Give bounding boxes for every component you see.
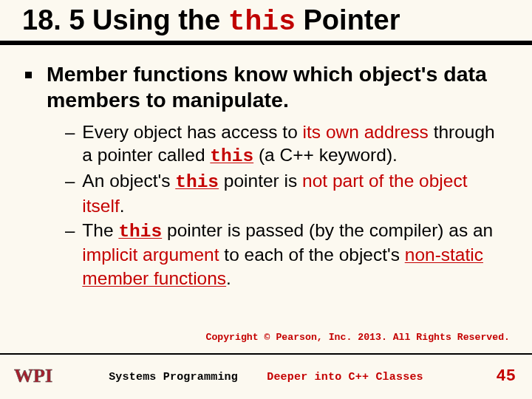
emph: implicit argument <box>82 245 219 265</box>
footer-bar: WPI Systems Programming Deeper into C++ … <box>0 355 532 399</box>
sub-list: – Every object has access to its own add… <box>65 120 507 290</box>
slide: 18. 5 Using the this Pointer Member func… <box>0 0 532 399</box>
t: pointer is passed (by the compiler) as a… <box>162 220 493 240</box>
t: . <box>226 268 231 288</box>
emph: its own address <box>303 122 429 142</box>
this-keyword: this <box>210 146 253 166</box>
svg-text:WPI: WPI <box>14 365 52 386</box>
footer-right-text: Deeper into C++ Classes <box>267 371 423 383</box>
page-number: 45 <box>497 367 516 386</box>
this-keyword: this <box>118 222 162 242</box>
t: to each of the object's <box>219 245 405 265</box>
title-bar: 18. 5 Using the this Pointer <box>0 0 532 41</box>
footer-center: Systems Programming Deeper into C++ Clas… <box>0 371 532 383</box>
sub-text-2: An object's this pointer is not part of … <box>82 169 507 217</box>
t: . <box>120 196 125 216</box>
t: Every object has access to <box>82 122 302 142</box>
list-item: – An object's this pointer is not part o… <box>65 169 507 217</box>
t: (a C++ keyword). <box>253 145 398 165</box>
sub-text-1: Every object has access to its own addre… <box>82 120 507 168</box>
dash-icon: – <box>65 219 75 242</box>
square-bullet-icon <box>25 72 32 78</box>
wpi-logo: WPI <box>12 363 64 388</box>
this-keyword: this <box>175 172 219 192</box>
footer-left-text: Systems Programming <box>109 371 238 383</box>
lead-text: Member functions know which object's dat… <box>47 61 507 113</box>
t: An object's <box>82 171 175 191</box>
t: The <box>82 220 118 240</box>
title-pre: 18. 5 Using the <box>22 4 228 35</box>
copyright-notice: Copyright © Pearson, Inc. 2013. All Righ… <box>205 332 510 343</box>
title-post: Pointer <box>296 4 400 35</box>
lead-bullet: Member functions know which object's dat… <box>25 61 507 113</box>
slide-title: 18. 5 Using the this Pointer <box>22 4 510 38</box>
sub-text-3: The this pointer is passed (by the compi… <box>82 219 507 290</box>
dash-icon: – <box>65 169 75 192</box>
list-item: – Every object has access to its own add… <box>65 120 507 168</box>
title-keyword: this <box>228 6 296 38</box>
content-area: Member functions know which object's dat… <box>0 45 532 290</box>
dash-icon: – <box>65 120 75 143</box>
list-item: – The this pointer is passed (by the com… <box>65 219 507 290</box>
t: pointer is <box>219 171 302 191</box>
